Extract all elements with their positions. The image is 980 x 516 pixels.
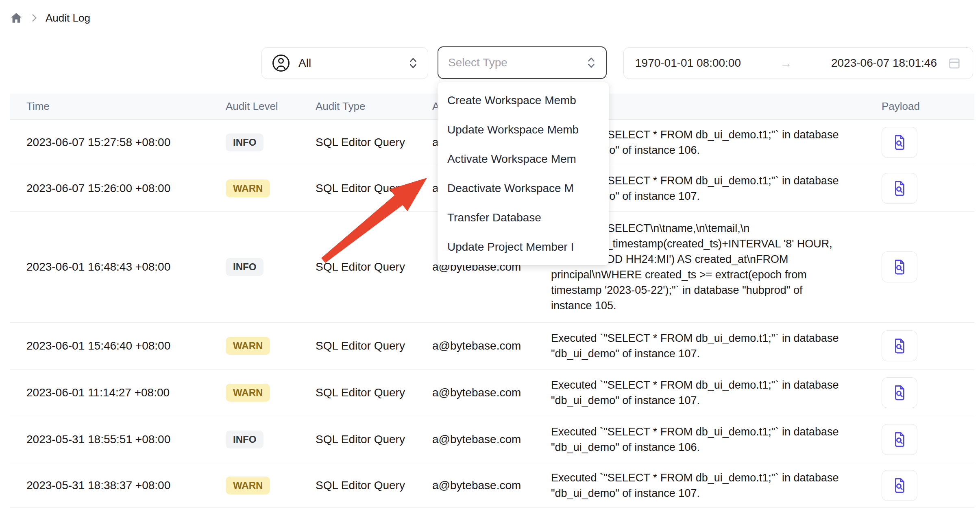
user-circle-icon <box>272 54 290 72</box>
audit-level-badge: INFO <box>226 133 264 151</box>
table-row: 2023-05-31 18:38:37 +08:00 WARN SQL Edit… <box>10 463 974 508</box>
row-comment: Executed `"SELECT * FROM db_ui_demo.t1;"… <box>551 377 865 408</box>
row-actor: a@bytebase.com <box>419 479 537 492</box>
dropdown-option-deactivate-workspace-member[interactable]: Deactivate Workspace M <box>438 174 609 203</box>
audit-level-badge: WARN <box>226 179 270 197</box>
file-search-icon <box>891 133 908 151</box>
actor-filter-value: All <box>298 57 311 70</box>
row-actor: a@bytebase.com <box>419 339 537 352</box>
row-comment: Executed `"SELECT * FROM db_ui_demo.t1;"… <box>551 470 865 501</box>
row-time: 2023-06-01 15:46:40 +08:00 <box>10 339 211 352</box>
type-filter-placeholder: Select Type <box>448 56 507 69</box>
select-chevrons-icon <box>586 55 596 70</box>
audit-level-badge: WARN <box>226 477 270 494</box>
row-audit-type: SQL Editor Query <box>301 433 419 446</box>
table-row: 2023-05-31 18:55:51 +08:00 INFO SQL Edit… <box>10 416 974 463</box>
file-search-icon <box>891 384 908 402</box>
table-row: 2023-06-01 15:46:40 +08:00 WARN SQL Edit… <box>10 323 974 370</box>
audit-level-badge: WARN <box>226 337 270 355</box>
row-audit-type: SQL Editor Query <box>301 136 419 149</box>
file-search-icon <box>891 431 908 448</box>
type-filter-select[interactable]: Select Type <box>438 46 607 79</box>
view-payload-button[interactable] <box>882 251 917 282</box>
dropdown-option-transfer-database[interactable]: Transfer Database <box>438 203 609 232</box>
column-header-audit-level: Audit Level <box>211 100 301 113</box>
actor-filter-select[interactable]: All <box>261 47 428 79</box>
row-comment: Executed `"SELECT * FROM db_ui_demo.t1;"… <box>551 330 865 361</box>
file-search-icon <box>891 337 908 355</box>
row-audit-type: SQL Editor Query <box>301 260 419 273</box>
select-chevrons-icon <box>408 56 418 70</box>
row-actor: a@bytebase.com <box>419 386 537 399</box>
file-search-icon <box>891 258 908 276</box>
column-header-payload: Payload <box>870 100 974 113</box>
dropdown-option-activate-workspace-member[interactable]: Activate Workspace Mem <box>438 144 609 174</box>
column-header-audit-type: Audit Type <box>301 100 419 113</box>
row-time: 2023-05-31 18:55:51 +08:00 <box>10 433 211 446</box>
row-audit-type: SQL Editor Query <box>301 182 419 195</box>
dropdown-option-update-workspace-member[interactable]: Update Workspace Memb <box>438 115 609 144</box>
date-range-from[interactable]: 1970-01-01 08:00:00 <box>635 57 741 70</box>
table-row: 2023-06-01 11:14:27 +08:00 WARN SQL Edit… <box>10 370 974 416</box>
calendar-icon <box>947 56 961 70</box>
row-audit-type: SQL Editor Query <box>301 386 419 399</box>
column-header-time: Time <box>10 100 211 113</box>
view-payload-button[interactable] <box>882 470 917 501</box>
row-time: 2023-06-01 11:14:27 +08:00 <box>10 386 211 399</box>
audit-level-badge: INFO <box>226 258 264 276</box>
file-search-icon <box>891 179 908 197</box>
row-time: 2023-06-01 16:48:43 +08:00 <box>10 260 211 273</box>
breadcrumb: Audit Log <box>10 11 90 24</box>
type-select-dropdown: Create Workspace Memb Update Workspace M… <box>438 82 609 265</box>
chevron-right-icon <box>31 13 37 22</box>
date-range-to[interactable]: 2023-06-07 18:01:46 <box>831 57 937 70</box>
view-payload-button[interactable] <box>882 330 917 361</box>
view-payload-button[interactable] <box>882 377 917 408</box>
file-search-icon <box>891 477 908 494</box>
row-audit-type: SQL Editor Query <box>301 479 419 492</box>
dropdown-option-create-workspace-member[interactable]: Create Workspace Memb <box>438 86 609 115</box>
row-time: 2023-06-07 15:27:58 +08:00 <box>10 136 211 149</box>
row-comment: Executed `"SELECT * FROM db_ui_demo.t1;"… <box>551 424 865 455</box>
audit-level-badge: INFO <box>226 431 264 448</box>
view-payload-button[interactable] <box>882 424 917 455</box>
audit-level-badge: WARN <box>226 384 270 402</box>
dropdown-option-update-project-member[interactable]: Update Project Member I <box>438 232 609 262</box>
arrow-right-icon: → <box>741 56 831 70</box>
row-audit-type: SQL Editor Query <box>301 339 419 352</box>
view-payload-button[interactable] <box>882 127 917 158</box>
date-range-picker[interactable]: 1970-01-01 08:00:00 → 2023-06-07 18:01:4… <box>623 47 973 79</box>
row-time: 2023-05-31 18:38:37 +08:00 <box>10 479 211 492</box>
view-payload-button[interactable] <box>882 173 917 204</box>
home-icon[interactable] <box>10 11 23 24</box>
row-time: 2023-06-07 15:26:00 +08:00 <box>10 182 211 195</box>
page-title: Audit Log <box>46 12 90 24</box>
row-actor: a@bytebase.com <box>419 433 537 446</box>
